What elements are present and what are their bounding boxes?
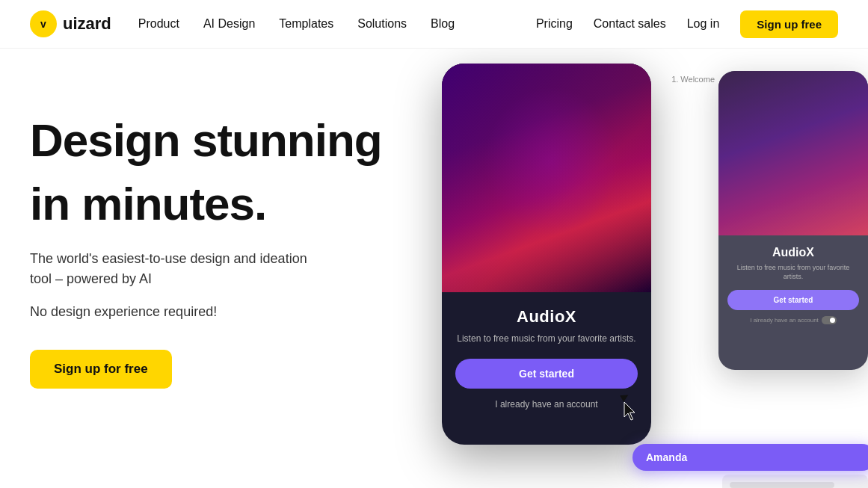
dashboard-line-1 [730, 482, 834, 488]
phone-app-name: AudioX [517, 307, 576, 327]
phone-bg-overlay [442, 64, 651, 292]
phone-main-content: AudioX Listen to free music from your fa… [442, 292, 651, 421]
toggle-icon [822, 316, 837, 324]
hero-title: Design stunning in minutes. [30, 116, 382, 228]
phone-secondary-get-started: Get started [727, 290, 859, 310]
nav-link-login[interactable]: Log in [687, 17, 720, 31]
nav-links: Product AI Design Templates Solutions Bl… [138, 17, 455, 31]
phone-secondary-app-desc: Listen to free music from your favorite … [727, 264, 859, 281]
navbar: v uizard Product AI Design Templates Sol… [0, 0, 868, 49]
phone-bg-image [442, 64, 651, 292]
logo[interactable]: v uizard [30, 10, 111, 37]
phone-app-desc: Listen to free music from your favorite … [457, 333, 635, 345]
phone-secondary: AudioX Listen to free music from your fa… [718, 71, 868, 370]
logo-icon: v [30, 10, 57, 37]
nav-link-solutions[interactable]: Solutions [357, 17, 407, 31]
phone-secondary-bg [718, 71, 868, 235]
avatar-badge: Amanda [632, 444, 868, 471]
nav-link-product[interactable]: Product [138, 17, 179, 31]
nav-link-contact-sales[interactable]: Contact sales [594, 17, 666, 31]
nav-link-blog[interactable]: Blog [431, 17, 455, 31]
nav-link-pricing[interactable]: Pricing [536, 17, 573, 31]
phone-main: AudioX Listen to free music from your fa… [442, 64, 651, 445]
hero-section: Design stunning in minutes. The world's … [0, 49, 868, 488]
nav-link-ai-design[interactable]: AI Design [203, 17, 255, 31]
phone-get-started-button[interactable]: Get started [455, 359, 638, 389]
phone-secondary-app-name: AudioX [772, 246, 814, 259]
phone-secondary-account: I already have an account [750, 316, 837, 324]
hero-visual: 1. Welcome AudioX Listen to free music f… [404, 49, 868, 488]
hero-no-exp: No design experience required! [30, 304, 382, 320]
phone-secondary-content: AudioX Listen to free music from your fa… [718, 235, 868, 332]
nav-right: Pricing Contact sales Log in Sign up fre… [536, 10, 838, 38]
phone-account-link[interactable]: I already have an account [495, 399, 597, 410]
dashboard-strip [722, 475, 868, 488]
hero-subtitle: The world's easiest-to-use design and id… [30, 249, 329, 289]
welcome-label: 1. Welcome [671, 75, 715, 84]
nav-link-templates[interactable]: Templates [279, 17, 333, 31]
hero-cta-button[interactable]: Sign up for free [30, 350, 172, 389]
cursor-icon [621, 393, 639, 411]
hero-text-block: Design stunning in minutes. The world's … [30, 93, 382, 389]
nav-signup-button[interactable]: Sign up free [740, 10, 838, 38]
logo-text: uizard [63, 14, 111, 34]
